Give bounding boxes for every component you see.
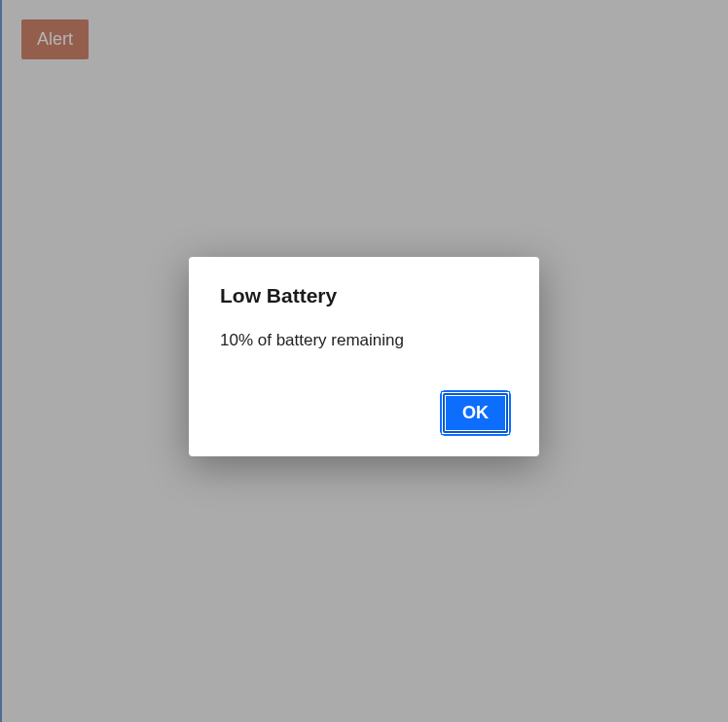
dialog-title: Low Battery	[220, 284, 508, 307]
modal-overlay: Low Battery 10% of battery remaining OK	[0, 0, 728, 722]
alert-dialog: Low Battery 10% of battery remaining OK	[189, 257, 539, 456]
dialog-message: 10% of battery remaining	[220, 331, 508, 350]
ok-button[interactable]: OK	[443, 393, 508, 433]
dialog-actions: OK	[220, 393, 508, 433]
